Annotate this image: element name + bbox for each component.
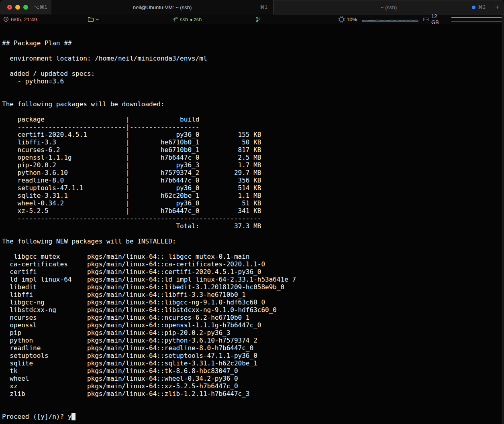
terminal-line: openssl-1.1.1g | h7b6447c_0 2.5 MB: [2, 154, 504, 161]
terminal-line: tk pkgs/main/linux-64::tk-8.6.8-hbc83047…: [2, 367, 504, 375]
memory-sparkline: [451, 16, 504, 22]
tab-title: neil@Ubuntu-VM: ~ (ssh): [51, 4, 273, 10]
traffic-lights: ⌥⌘1: [0, 0, 51, 14]
cpu-chip-icon: [339, 16, 345, 22]
tab-indicators: ⌘2: [472, 4, 486, 10]
minimize-button[interactable]: [15, 5, 20, 10]
statusbar-clock: 6/05, 21:49: [3, 14, 37, 24]
statusbar-job: ssh ◂ zsh: [173, 14, 202, 24]
clock-icon: [3, 16, 9, 22]
statusbar-memory-amount: 12 GB: [431, 13, 446, 25]
terminal-line: [2, 47, 504, 55]
terminal-line: setuptools pkgs/main/linux-64::setuptool…: [2, 352, 504, 359]
terminal-line: pip-20.0.2 | py36_3 1.7 MB: [2, 161, 504, 169]
terminal-line: sqlite-3.31.1 | h62c20be_1 1.1 MB: [2, 192, 504, 199]
terminal-line: Total: 37.3 MB: [2, 222, 504, 230]
terminal-line: sqlite pkgs/main/linux-64::sqlite-3.31.1…: [2, 359, 504, 367]
terminal-line: [2, 405, 504, 413]
terminal-line: libffi pkgs/main/linux-64::libffi-3.3-he…: [2, 291, 504, 298]
window-shortcut-label: ⌥⌘1: [34, 4, 47, 10]
terminal-line: wheel-0.34.2 | py36_0 51 KB: [2, 199, 504, 207]
terminal-line: python-3.6.10 | h7579374_2 29.7 MB: [2, 169, 504, 176]
terminal-line: ncurses pkgs/main/linux-64::ncurses-6.2-…: [2, 314, 504, 321]
cpu-sparkline: [362, 16, 418, 22]
terminal-line: readline-8.0 | h7b6447c_0 356 KB: [2, 176, 504, 184]
tab-title: ~ (ssh): [273, 4, 504, 10]
terminal-line: zlib pkgs/main/linux-64::zlib-1.2.11-h7b…: [2, 390, 504, 398]
folder-icon: [88, 17, 94, 22]
terminal-line: added / updated specs:: [2, 70, 504, 77]
terminal-line: [2, 398, 504, 405]
terminal-line: [2, 24, 504, 32]
terminal-line: [2, 108, 504, 116]
terminal-line: The following NEW packages will be INSTA…: [2, 237, 504, 245]
terminal-line: ----------------------------|-----------…: [2, 123, 504, 131]
terminal-line: ca-certificates pkgs/main/linux-64::ca-c…: [2, 260, 504, 268]
terminal-line: xz-5.2.5 | h7b6447c_0 341 KB: [2, 207, 504, 215]
tab-session-2[interactable]: ~ (ssh) ⌘2 +: [273, 0, 504, 14]
activity-dot-icon: [472, 6, 475, 9]
terminal-line: python pkgs/main/linux-64::python-3.6.10…: [2, 337, 504, 344]
terminal-line: xz pkgs/main/linux-64::xz-5.2.5-h7b6447c…: [2, 382, 504, 390]
git-branch-icon: [256, 16, 261, 22]
terminal-line: [2, 245, 504, 253]
terminal-line: libedit pkgs/main/linux-64::libedit-3.1.…: [2, 283, 504, 291]
terminal-line: [2, 32, 504, 39]
terminal-line: libstdcxx-ng pkgs/main/linux-64::libstdc…: [2, 306, 504, 314]
terminal-cursor: [71, 413, 75, 420]
iterm-window: ⌥⌘1 neil@Ubuntu-VM: ~ (ssh) ⌘1 ~ (ssh) ⌘…: [0, 0, 504, 424]
terminal-line: readline pkgs/main/linux-64::readline-8.…: [2, 344, 504, 352]
terminal-line: ld_impl_linux-64 pkgs/main/linux-64::ld_…: [2, 276, 504, 283]
status-bar: 6/05, 21:49 ~ ssh ◂ zsh: [0, 14, 504, 24]
tab-shortcut-label: ⌘1: [260, 4, 267, 10]
statusbar-cpu: 10%: [339, 14, 418, 24]
window-right-edge: [502, 14, 504, 424]
terminal-line: environment location: /home/neil/minicon…: [2, 55, 504, 62]
titlebar: ⌥⌘1 neil@Ubuntu-VM: ~ (ssh) ⌘1 ~ (ssh) ⌘…: [0, 0, 504, 14]
terminal-line: _libgcc_mutex pkgs/main/linux-64::_libgc…: [2, 253, 504, 260]
terminal-line: Proceed ([y]/n)? y: [2, 413, 504, 420]
terminal-line: certifi-2020.4.5.1 | py36_0 155 KB: [2, 131, 504, 138]
terminal-line: libgcc-ng pkgs/main/linux-64::libgcc-ng-…: [2, 298, 504, 306]
statusbar-datetime: 6/05, 21:49: [11, 16, 37, 22]
terminal-line: wheel pkgs/main/linux-64::wheel-0.34.2-p…: [2, 375, 504, 382]
tab-shortcut-label: ⌘2: [478, 4, 486, 10]
terminal-line: package | build: [2, 116, 504, 123]
job-icon: [173, 16, 178, 22]
terminal-line: openssl pkgs/main/linux-64::openssl-1.1.…: [2, 321, 504, 329]
terminal-screen[interactable]: ## Package Plan ## environment location:…: [0, 24, 504, 424]
terminal-line: [2, 93, 504, 100]
terminal-line: [2, 230, 504, 237]
new-tab-button[interactable]: +: [494, 3, 501, 11]
statusbar-git: [256, 14, 261, 24]
terminal-line: [2, 85, 504, 93]
terminal-line: ncurses-6.2 | he6710b0_1 817 KB: [2, 146, 504, 154]
terminal-line: The following packages will be downloade…: [2, 100, 504, 108]
statusbar-memory: 12 GB: [423, 14, 504, 24]
terminal-line: libffi-3.3 | he6710b0_1 50 KB: [2, 138, 504, 146]
terminal-line: pip pkgs/main/linux-64::pip-20.0.2-py36_…: [2, 329, 504, 337]
tab-session-1[interactable]: neil@Ubuntu-VM: ~ (ssh) ⌘1: [51, 0, 273, 14]
statusbar-cpu-percent: 10%: [347, 16, 357, 22]
close-modified-dot-icon: [9, 6, 10, 8]
terminal-line: setuptools-47.1.1 | py36_0 514 KB: [2, 184, 504, 192]
close-button[interactable]: [7, 5, 12, 10]
statusbar-directory: ~: [88, 14, 99, 24]
terminal-line: [2, 62, 504, 70]
terminal-line: certifi pkgs/main/linux-64::certifi-2020…: [2, 268, 504, 276]
fullscreen-button[interactable]: [23, 5, 28, 10]
terminal-line: ----------------------------------------…: [2, 215, 504, 222]
terminal-line: - python=3.6: [2, 77, 504, 85]
memory-icon: [423, 17, 429, 22]
statusbar-job-names: ssh ◂ zsh: [180, 16, 202, 22]
statusbar-directory-path: ~: [96, 16, 99, 22]
terminal-line: ## Package Plan ##: [2, 39, 504, 47]
